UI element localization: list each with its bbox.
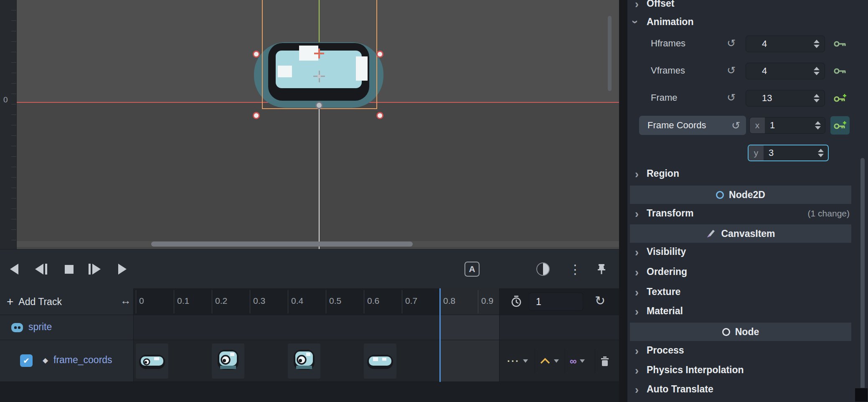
key-insert-plus-icon[interactable] bbox=[830, 91, 850, 105]
add-track-button[interactable]: + Add Track bbox=[7, 293, 62, 310]
spinner-arrows[interactable] bbox=[818, 149, 824, 157]
track-row-frame-coords[interactable]: ✔ ◆ frame_coords ··· bbox=[0, 340, 619, 382]
chevron-right-icon: › bbox=[635, 345, 639, 358]
timeline-playhead[interactable] bbox=[439, 288, 441, 382]
viewport-background-lower bbox=[0, 102, 619, 249]
chevron-down-icon bbox=[523, 359, 528, 363]
key-insert-icon[interactable] bbox=[830, 37, 850, 51]
snap-step-spinbox[interactable] bbox=[529, 293, 583, 311]
section-ordering[interactable]: › Ordering bbox=[627, 263, 868, 282]
ruler-tick-label: 0 bbox=[139, 296, 144, 306]
property-row-hframes: Hframes ↺ 4 bbox=[627, 34, 868, 53]
ruler-tick-label: 0.1 bbox=[177, 296, 189, 306]
track-name-sprite[interactable]: sprite bbox=[28, 321, 52, 333]
spinner-arrows[interactable] bbox=[814, 40, 820, 48]
selection-handle-mid-right[interactable] bbox=[376, 51, 383, 58]
ruler-tick-marks bbox=[11, 0, 16, 249]
pin-icon[interactable] bbox=[596, 249, 607, 289]
key-insert-icon[interactable] bbox=[830, 64, 850, 78]
selection-handle-bottom-center[interactable] bbox=[315, 102, 323, 109]
key-insert-plus-icon[interactable] bbox=[830, 116, 850, 135]
chevron-right-icon: › bbox=[635, 208, 639, 221]
chevron-right-icon: › bbox=[635, 246, 639, 259]
play-backwards-button[interactable] bbox=[10, 249, 18, 289]
play-backwards-from-end-button[interactable] bbox=[35, 249, 47, 289]
snap-clock-icon[interactable] bbox=[510, 295, 522, 309]
selection-handle-bottom-left[interactable] bbox=[253, 112, 260, 119]
autoplay-on-load-icon[interactable]: A bbox=[464, 249, 480, 289]
move-gizmo-icon[interactable] bbox=[313, 71, 325, 82]
inspector-scrollbar[interactable] bbox=[860, 158, 865, 398]
ruler-tick-label: 0.3 bbox=[253, 296, 265, 306]
section-offset[interactable]: › Offset bbox=[627, 0, 868, 14]
revert-icon[interactable]: ↺ bbox=[731, 120, 746, 132]
spinner-arrows[interactable] bbox=[814, 67, 820, 75]
section-process[interactable]: › Process bbox=[627, 341, 868, 361]
ruler-tick-label: 0.7 bbox=[405, 296, 417, 306]
chevron-right-icon: › bbox=[635, 364, 639, 377]
chevron-down-icon: › bbox=[629, 20, 642, 24]
section-material[interactable]: › Material bbox=[627, 302, 868, 321]
track-name-frame-coords[interactable]: frame_coords bbox=[53, 354, 112, 366]
track-enabled-checkbox[interactable]: ✔ bbox=[20, 354, 33, 367]
section-transform[interactable]: › Transform (1 change) bbox=[627, 204, 868, 224]
section-region[interactable]: › Region bbox=[627, 165, 868, 184]
node-icon bbox=[722, 328, 730, 336]
y-component-label: y bbox=[749, 145, 764, 161]
pivot-cross-icon[interactable] bbox=[314, 48, 324, 59]
delete-track-button[interactable] bbox=[600, 340, 610, 382]
section-auto-translate[interactable]: › Auto Translate bbox=[627, 380, 868, 399]
frame-coords-x-spinbox[interactable]: x 1 bbox=[749, 117, 825, 134]
track-interpolation-dropdown[interactable] bbox=[540, 340, 559, 382]
frame-coords-y-spinbox[interactable]: y 3 bbox=[748, 145, 829, 161]
play-from-start-button[interactable] bbox=[89, 249, 101, 289]
vertical-scrollbar[interactable] bbox=[608, 16, 612, 91]
node2d-icon bbox=[716, 191, 724, 199]
section-visibility[interactable]: › Visibility bbox=[627, 243, 868, 262]
viewport-ruler: 0 bbox=[0, 0, 17, 249]
revert-icon[interactable]: ↺ bbox=[727, 64, 736, 76]
frame-spinbox[interactable]: 13 bbox=[746, 90, 825, 107]
hframes-spinbox[interactable]: 4 bbox=[746, 36, 825, 52]
loop-animation-icon[interactable]: ↻ bbox=[595, 293, 605, 308]
chevron-right-icon: › bbox=[635, 384, 639, 397]
property-row-frame-coords: Frame Coords ↺ x 1 bbox=[627, 116, 868, 135]
keyframe-thumbnail-2[interactable] bbox=[288, 343, 320, 379]
spinner-arrows[interactable] bbox=[815, 121, 821, 130]
keyframe-thumbnail-1[interactable] bbox=[212, 343, 244, 379]
horizontal-scrollbar[interactable] bbox=[151, 242, 413, 247]
changes-badge: (1 change) bbox=[808, 209, 850, 219]
animation-timeline: 0 0.1 0.2 0.3 0.4 0.5 0.6 0.7 0.8 0.9 + … bbox=[0, 288, 619, 402]
revert-icon[interactable]: ↺ bbox=[727, 92, 736, 104]
track-row-sprite[interactable]: sprite bbox=[0, 315, 619, 340]
vframes-spinbox[interactable]: 4 bbox=[746, 63, 825, 79]
frame-coords-label-pill[interactable]: Frame Coords ↺ bbox=[639, 116, 746, 135]
onion-skinning-icon[interactable] bbox=[536, 249, 550, 289]
tooltip-fragment bbox=[855, 388, 868, 402]
chevron-right-icon: › bbox=[635, 168, 639, 181]
chevron-right-icon: › bbox=[635, 286, 639, 299]
ruler-origin-label: 0 bbox=[3, 95, 8, 104]
track-loop-mode-dropdown[interactable]: ∞ bbox=[570, 340, 585, 382]
keyframe-thumbnail-0[interactable] bbox=[136, 343, 168, 379]
keyframe-thumbnail-3[interactable] bbox=[364, 343, 396, 379]
2d-viewport-canvas[interactable]: 0 bbox=[0, 0, 619, 249]
play-button[interactable] bbox=[118, 249, 127, 289]
selection-handle-bottom-right[interactable] bbox=[376, 112, 383, 119]
selection-handle-mid-left[interactable] bbox=[253, 51, 260, 58]
chevron-down-icon bbox=[554, 359, 559, 363]
spinner-arrows[interactable] bbox=[814, 94, 820, 102]
beyond-animation-end-region bbox=[440, 288, 499, 382]
ruler-tick-label: 0.4 bbox=[291, 296, 303, 306]
revert-icon[interactable]: ↺ bbox=[727, 37, 736, 49]
section-texture[interactable]: › Texture bbox=[627, 283, 868, 302]
stop-button[interactable] bbox=[65, 249, 74, 289]
track-update-mode-dropdown[interactable]: ··· bbox=[507, 340, 528, 382]
section-physics-interpolation[interactable]: › Physics Interpolation bbox=[627, 361, 868, 380]
trash-icon bbox=[600, 356, 610, 367]
timeline-header[interactable]: 0 0.1 0.2 0.3 0.4 0.5 0.6 0.7 0.8 0.9 + … bbox=[0, 288, 619, 315]
section-animation[interactable]: › Animation bbox=[627, 13, 868, 32]
pan-timeline-icon[interactable]: ↔ bbox=[120, 294, 131, 307]
kebab-menu-icon[interactable]: ⋮ bbox=[569, 249, 581, 289]
snap-step-input[interactable] bbox=[529, 296, 563, 308]
